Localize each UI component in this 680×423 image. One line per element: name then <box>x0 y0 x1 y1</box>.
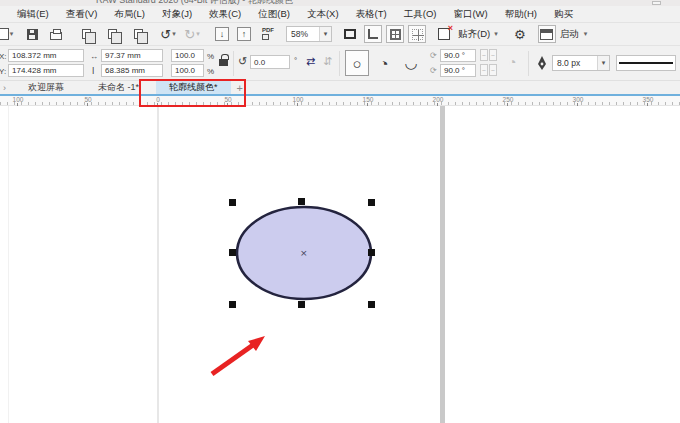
property-bar: X: Y: 108.372 mm 174.428 mm ↔ Ⅰ 97.37 mm… <box>0 46 680 81</box>
menu-table[interactable]: 表格(T) <box>356 8 387 21</box>
arc-mode-button[interactable]: ◡ <box>399 50 423 76</box>
annotation-arrow-shaft <box>212 345 253 374</box>
menu-text[interactable]: 文本(X) <box>307 8 339 21</box>
snap-dropdown-icon[interactable]: ▾ <box>494 30 498 38</box>
handle-bottom-right[interactable] <box>368 301 375 308</box>
tab-untitled-1[interactable]: 未命名 -1* <box>85 81 152 94</box>
arc-end-steppers[interactable]: ‒‒ <box>480 64 497 76</box>
redo-button[interactable]: ↻▾ <box>184 24 200 44</box>
launch-button[interactable]: 启动▾ <box>560 24 588 44</box>
y-label: Y: <box>0 67 6 76</box>
arc-start-field[interactable]: 90.0 ° <box>440 49 476 62</box>
redo-dropdown-icon: ▾ <box>196 30 200 38</box>
object-center-mark[interactable]: × <box>300 248 308 258</box>
undo-button[interactable]: ↺▾ <box>160 24 176 44</box>
pie-mode-button[interactable]: ◔ <box>372 50 396 76</box>
x-position-field[interactable]: 108.372 mm <box>8 49 84 62</box>
publish-pdf-button[interactable]: PDF <box>260 24 276 44</box>
scale-v-field[interactable]: 100.0 <box>171 64 204 77</box>
arc-end-icon: ⟳ <box>430 66 437 75</box>
menu-bitmaps[interactable]: 位图(B) <box>258 8 290 21</box>
menu-object[interactable]: 对象(J) <box>162 8 192 21</box>
horizontal-ruler: 100 50 0 50 100 150 200 250 300 350 <box>0 96 680 106</box>
undo-dropdown-icon[interactable]: ▾ <box>172 30 176 38</box>
tab-welcome-screen[interactable]: 欢迎屏幕 <box>15 81 77 94</box>
outline-width-select[interactable]: 8.0 px ▾ <box>552 55 610 71</box>
cut-button[interactable] <box>78 24 94 44</box>
launch-dropdown-icon[interactable]: ▾ <box>584 30 588 38</box>
tab-outline-color[interactable]: 轮廓线颜色* <box>156 81 231 94</box>
fullscreen-preview-button[interactable] <box>342 24 358 44</box>
menu-help[interactable]: 帮助(H) <box>505 8 537 21</box>
paste-button[interactable] <box>130 24 146 44</box>
redo-icon: ↻ <box>184 28 195 41</box>
import-button[interactable]: ↓ <box>214 24 230 44</box>
snap-off-button[interactable] <box>436 24 452 44</box>
handle-top-right[interactable] <box>368 199 375 206</box>
handle-top-left[interactable] <box>229 199 236 206</box>
new-tab-button[interactable]: + <box>231 81 249 94</box>
object-width-field[interactable]: 97.37 mm <box>101 49 163 62</box>
fullscreen-icon <box>344 29 356 39</box>
lock-ratio-icon[interactable] <box>219 59 228 66</box>
scale-h-field[interactable]: 100.0 <box>171 49 204 62</box>
solid-line-swatch <box>619 62 673 64</box>
undo-icon: ↺ <box>160 28 171 41</box>
options-button[interactable]: ⚙ <box>512 24 528 44</box>
scale-v-percent: % <box>207 67 214 76</box>
line-style-select[interactable] <box>616 55 676 71</box>
dropdown-icon[interactable]: ▾ <box>10 30 14 38</box>
launcher-button[interactable] <box>538 25 556 43</box>
handle-bottom-center[interactable] <box>298 301 305 308</box>
handle-bottom-left[interactable] <box>229 301 236 308</box>
menu-buy[interactable]: 购买 <box>554 8 573 21</box>
outline-pen-icon <box>537 56 547 71</box>
object-height-field[interactable]: 68.385 mm <box>101 64 163 77</box>
outline-width-value: 8.0 px <box>553 58 597 68</box>
drawing-canvas[interactable]: × <box>0 106 680 423</box>
rotation-degree-label: ° <box>294 56 297 65</box>
ruler-label: 300 <box>570 96 586 103</box>
new-document-button[interactable]: ▾ <box>0 24 16 44</box>
export-icon: ↑ <box>237 27 251 41</box>
show-grid-button[interactable] <box>386 25 404 43</box>
flip-horizontal-icon[interactable]: ⇄ <box>306 55 315 68</box>
rotation-angle-field[interactable]: 0.0 <box>250 55 290 69</box>
handle-middle-left[interactable] <box>229 249 236 256</box>
y-position-field[interactable]: 174.428 mm <box>8 64 84 77</box>
copy-button[interactable] <box>104 24 120 44</box>
menu-layout[interactable]: 布局(L) <box>114 8 145 21</box>
zoom-level-value: 58% <box>287 29 319 39</box>
guidelines-icon <box>412 29 423 40</box>
app-window: RAW Standard 2020 (64-Bit 评估版) - 轮廓线颜色 编… <box>0 0 680 423</box>
arc-end-field[interactable]: 90.0 ° <box>440 64 476 77</box>
ruler-label: 100 <box>10 96 26 103</box>
export-button[interactable]: ↑ <box>236 24 252 44</box>
show-rulers-button[interactable] <box>364 25 382 43</box>
snap-to-button[interactable]: 贴齐(D)▾ <box>458 24 498 44</box>
ruler-label: 0 <box>150 96 166 103</box>
zoom-level-select[interactable]: 58% ▾ <box>286 26 332 42</box>
cut-icon <box>82 29 91 39</box>
tab-scroll-icon[interactable]: › <box>0 81 9 94</box>
outline-width-dropdown-icon[interactable]: ▾ <box>597 56 609 70</box>
menu-tools[interactable]: 工具(O) <box>404 8 437 21</box>
ruler-label: 200 <box>430 96 446 103</box>
object-width-icon: ↔ <box>90 52 98 61</box>
handle-top-center[interactable] <box>298 198 305 205</box>
standard-toolbar: ▾ ↺▾ ↻▾ ↓ ↑ PDF 58% ▾ <box>0 22 680 46</box>
menu-edit[interactable]: 编辑(E) <box>17 8 49 21</box>
menu-bar: 编辑(E) 查看(V) 布局(L) 对象(J) 效果(C) 位图(B) 文本(X… <box>0 6 680 22</box>
ellipse-mode-button[interactable]: ○ <box>345 50 369 76</box>
save-button[interactable] <box>24 24 40 44</box>
print-button[interactable] <box>48 24 64 44</box>
menu-effects[interactable]: 效果(C) <box>209 8 241 21</box>
new-document-icon <box>0 28 9 40</box>
arc-start-icon: ⟳ <box>430 51 437 60</box>
handle-middle-right[interactable] <box>368 249 375 256</box>
zoom-dropdown-icon[interactable]: ▾ <box>319 27 331 41</box>
menu-window[interactable]: 窗口(W) <box>453 8 487 21</box>
show-guidelines-button[interactable] <box>408 25 426 43</box>
menu-view[interactable]: 查看(V) <box>66 8 98 21</box>
arc-start-steppers[interactable]: ‒‒ <box>480 49 497 61</box>
